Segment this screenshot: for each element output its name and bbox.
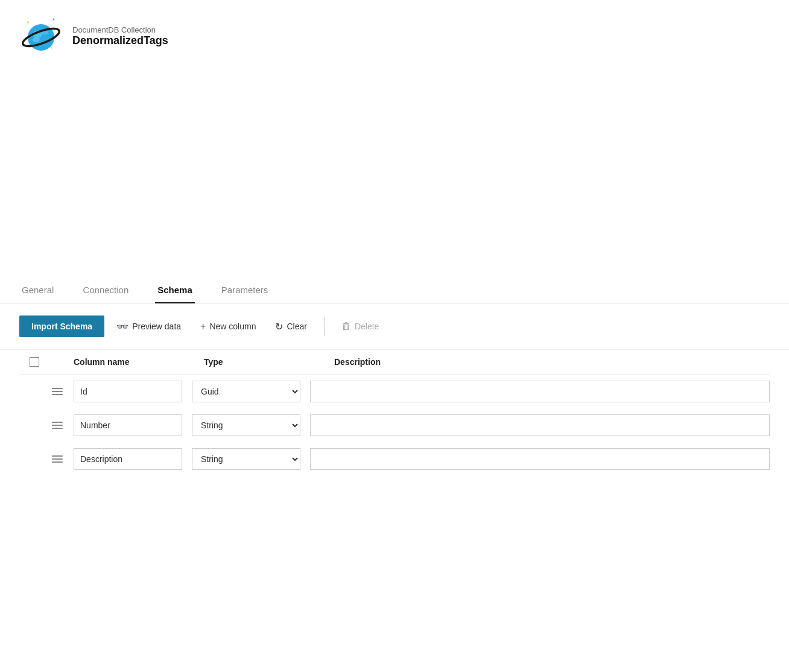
tabs-container: General Connection Schema Parameters (0, 277, 789, 303)
schema-table: Column name Type Description Guid String… (0, 350, 789, 476)
row-2-name-input[interactable] (74, 414, 182, 436)
row-3-drag-handle[interactable] (49, 453, 74, 465)
toolbar: Import Schema 👓 Preview data + New colum… (0, 303, 789, 350)
row-2-description-input[interactable] (310, 414, 770, 436)
clear-button[interactable]: ↻ Clear (268, 316, 314, 337)
row-3-description-input[interactable] (310, 448, 770, 470)
select-all-checkbox[interactable] (30, 357, 39, 367)
drag-handle-icon[interactable] (49, 419, 71, 431)
header-column-description: Description (334, 357, 770, 367)
row-2-drag-handle[interactable] (49, 419, 74, 431)
import-schema-button[interactable]: Import Schema (19, 315, 104, 337)
header: DocumentDB Collection DenormalizedTags (0, 0, 789, 72)
preview-icon: 👓 (116, 321, 128, 332)
tab-parameters[interactable]: Parameters (219, 277, 271, 303)
row-1-drag-handle[interactable] (49, 385, 74, 398)
svg-point-3 (33, 37, 40, 42)
row-1-type-select[interactable]: Guid String Integer Boolean Number Array… (192, 381, 300, 402)
row-1-description-input[interactable] (310, 381, 770, 402)
drag-handle-icon[interactable] (49, 385, 71, 398)
clear-label: Clear (287, 322, 306, 331)
new-column-label: New column (209, 322, 256, 331)
delete-label: Delete (355, 322, 379, 331)
tab-general[interactable]: General (19, 277, 56, 303)
svg-marker-5 (27, 21, 30, 24)
svg-marker-7 (51, 47, 52, 49)
header-title: DenormalizedTags (72, 34, 168, 47)
header-column-name: Column name (74, 357, 194, 367)
preview-data-button[interactable]: 👓 Preview data (109, 316, 188, 337)
refresh-icon: ↻ (275, 321, 283, 332)
drag-handle-icon[interactable] (49, 453, 71, 465)
svg-marker-6 (52, 18, 55, 21)
row-1-name-input[interactable] (74, 381, 182, 402)
row-2-type-select[interactable]: Guid String Integer Boolean Number Array… (192, 414, 300, 436)
table-row: Guid String Integer Boolean Number Array… (19, 408, 770, 442)
table-header-row: Column name Type Description (19, 350, 770, 375)
tab-connection[interactable]: Connection (80, 277, 131, 303)
logo-area: DocumentDB Collection DenormalizedTags (19, 14, 168, 58)
empty-content-area (0, 72, 789, 277)
header-checkbox-cell (19, 357, 49, 367)
header-column-type: Type (204, 357, 325, 367)
tab-schema[interactable]: Schema (155, 277, 195, 303)
header-text: DocumentDB Collection DenormalizedTags (72, 25, 168, 47)
preview-data-label: Preview data (132, 322, 181, 331)
row-3-name-input[interactable] (74, 448, 182, 470)
documentdb-logo-icon (19, 14, 63, 58)
new-column-button[interactable]: + New column (193, 316, 263, 337)
toolbar-separator (324, 317, 325, 336)
row-3-type-select[interactable]: Guid String Integer Boolean Number Array… (192, 448, 300, 470)
table-row: Guid String Integer Boolean Number Array… (19, 375, 770, 408)
table-row: Guid String Integer Boolean Number Array… (19, 442, 770, 476)
trash-icon: 🗑 (341, 321, 351, 332)
plus-icon: + (200, 321, 206, 332)
header-subtitle: DocumentDB Collection (72, 25, 168, 34)
delete-button[interactable]: 🗑 Delete (334, 316, 386, 337)
